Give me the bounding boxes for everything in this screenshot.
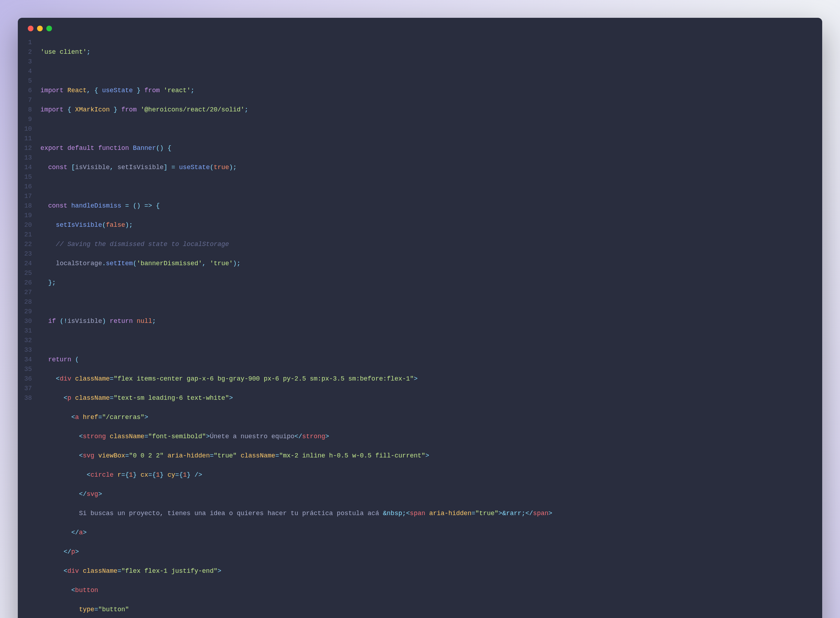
code-line: <a href="/carreras"> (40, 413, 553, 422)
line-number: 13 (24, 153, 32, 163)
code-line: if (!isVisible) return null; (40, 316, 553, 326)
code-line: import React, { useState } from 'react'; (40, 86, 553, 95)
line-number: 26 (24, 278, 32, 288)
line-number: 25 (24, 269, 32, 278)
code-line: 'use client'; (40, 48, 553, 57)
line-number: 24 (24, 259, 32, 269)
line-number: 1 (24, 38, 32, 48)
line-number-gutter: 1234567891011121314151617181920212223242… (21, 38, 40, 618)
line-number: 14 (24, 163, 32, 172)
line-number: 22 (24, 239, 32, 249)
line-number: 9 (24, 114, 32, 124)
code-line: localStorage.setItem('bannerDismissed', … (40, 259, 553, 269)
window-titlebar (18, 18, 822, 35)
code-line: type="button" (40, 605, 553, 614)
code-line: <svg viewBox="0 0 2 2" aria-hidden="true… (40, 451, 553, 461)
line-number: 28 (24, 297, 32, 307)
code-line: setIsVisible(false); (40, 220, 553, 230)
code-line: <div className="flex items-center gap-x-… (40, 374, 553, 384)
line-number: 18 (24, 201, 32, 211)
line-number: 2 (24, 48, 32, 57)
line-number: 37 (24, 384, 32, 394)
line-number: 27 (24, 288, 32, 297)
minimize-icon[interactable] (37, 26, 43, 31)
code-line: export default function Banner() { (40, 144, 553, 153)
line-number: 7 (24, 95, 32, 105)
code-line: Si buscas un proyecto, tienes una idea o… (40, 509, 553, 518)
line-number: 11 (24, 134, 32, 144)
close-icon[interactable] (28, 26, 33, 31)
code-line: <p className="text-sm leading-6 text-whi… (40, 394, 553, 403)
line-number: 8 (24, 105, 32, 114)
line-number: 33 (24, 345, 32, 355)
line-number: 6 (24, 86, 32, 95)
code-content[interactable]: 'use client'; import React, { useState }… (40, 38, 553, 618)
line-number: 10 (24, 124, 32, 134)
line-number: 29 (24, 307, 32, 316)
line-number: 3 (24, 57, 32, 67)
line-number: 35 (24, 364, 32, 374)
editor-window: 1234567891011121314151617181920212223242… (18, 18, 822, 618)
maximize-icon[interactable] (46, 26, 52, 31)
line-number: 20 (24, 220, 32, 230)
code-line: const handleDismiss = () => { (40, 201, 553, 211)
code-line: </p> (40, 547, 553, 557)
code-line: <div className="flex flex-1 justify-end"… (40, 566, 553, 576)
code-line: const [isVisible, setIsVisible] = useSta… (40, 163, 553, 172)
line-number: 19 (24, 211, 32, 220)
line-number: 4 (24, 67, 32, 76)
line-number: 17 (24, 192, 32, 201)
line-number: 31 (24, 326, 32, 336)
line-number: 32 (24, 336, 32, 345)
code-editor[interactable]: 1234567891011121314151617181920212223242… (18, 35, 822, 618)
code-line: <strong className="font-semibold">Únete … (40, 432, 553, 441)
code-line: import { XMarkIcon } from '@heroicons/re… (40, 105, 553, 114)
line-number: 30 (24, 316, 32, 326)
code-line: }; (40, 278, 553, 288)
code-line: return ( (40, 355, 553, 364)
line-number: 23 (24, 249, 32, 259)
code-line (40, 67, 553, 76)
line-number: 21 (24, 230, 32, 239)
code-line (40, 336, 553, 345)
line-number: 16 (24, 182, 32, 192)
line-number: 12 (24, 144, 32, 153)
code-line (40, 124, 553, 134)
line-number: 15 (24, 172, 32, 182)
code-line (40, 297, 553, 307)
line-number: 38 (24, 394, 32, 403)
line-number: 36 (24, 374, 32, 384)
code-line: // Saving the dismissed state to localSt… (40, 239, 553, 249)
code-line: </svg> (40, 489, 553, 499)
code-line: <circle r={1} cx={1} cy={1} /> (40, 470, 553, 480)
line-number: 5 (24, 76, 32, 86)
code-line: <button (40, 585, 553, 595)
code-line: </a> (40, 528, 553, 538)
code-line (40, 182, 553, 192)
line-number: 34 (24, 355, 32, 364)
